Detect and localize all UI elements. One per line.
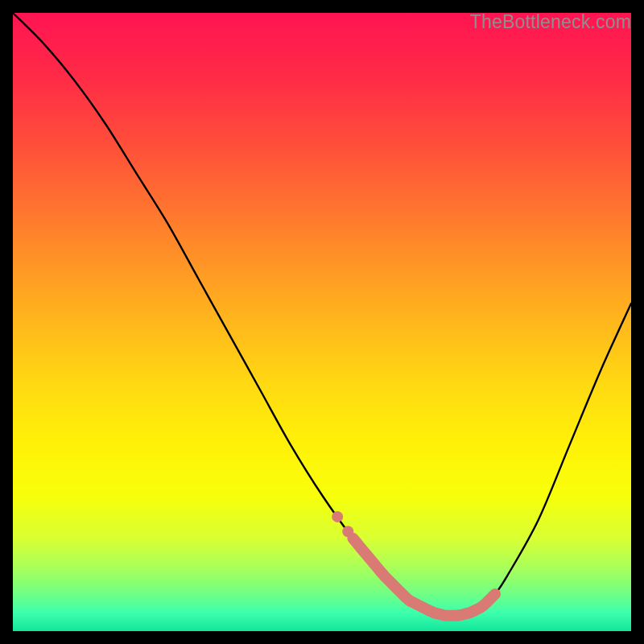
chart-frame: TheBottleneck.com bbox=[13, 13, 631, 631]
watermark-text: TheBottleneck.com bbox=[470, 11, 631, 33]
highlight-dot bbox=[342, 526, 353, 537]
gradient-background bbox=[13, 13, 631, 631]
highlight-dot bbox=[332, 511, 343, 522]
bottleneck-chart bbox=[13, 13, 631, 631]
